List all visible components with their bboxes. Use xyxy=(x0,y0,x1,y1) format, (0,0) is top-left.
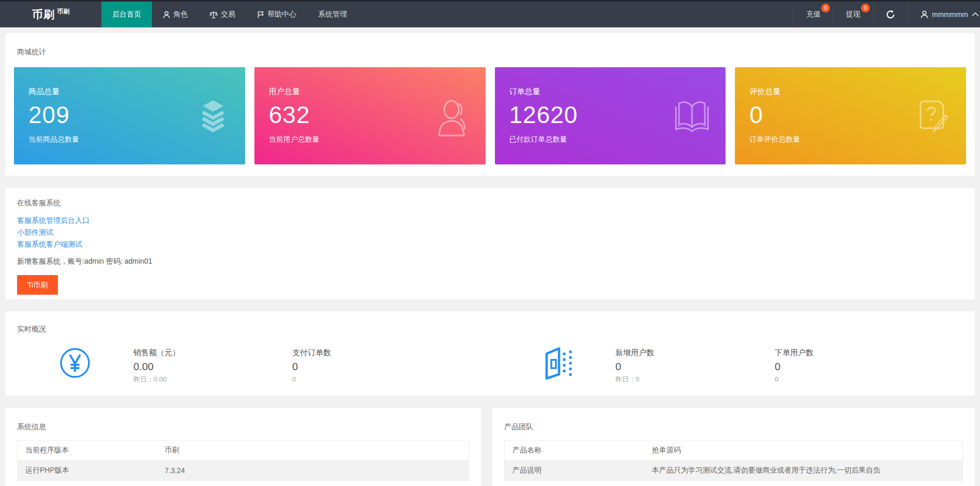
withdraw-button[interactable]: 提现 0 xyxy=(833,2,873,27)
service-links: 客服系统管理后台入口 小部件测试 客服系统客户端测试 xyxy=(17,215,963,250)
realtime-stat-sales: 销售额（元） 0.00 昨日：0.00 xyxy=(133,347,292,384)
menu-item-label: 帮助中心 xyxy=(267,10,296,19)
person-icon xyxy=(163,11,170,19)
realtime-title: 实时概况 xyxy=(17,325,963,334)
stat-sub: 0 xyxy=(775,375,963,384)
app-logo[interactable]: 币刷 币刷 xyxy=(0,2,101,27)
row-key: 当前程序版本 xyxy=(18,441,157,461)
building-icon xyxy=(545,347,574,381)
stat-value: 0 xyxy=(292,360,545,373)
realtime-panel: 实时概况 销售额（元） 0.00 昨日：0.00 支付订单数 0 0 新增用户数… xyxy=(5,311,975,396)
row-value: 本产品只为学习测试交流,请勿要做商业或者用于违法行为,一切后果自负 xyxy=(644,461,963,481)
product-team-panel: 产品团队 产品名称 抢单源码 产品说明 本产品只为学习测试交流,请勿要做商业或者… xyxy=(492,408,975,486)
ti-bishua-button[interactable]: Ti币刷 xyxy=(17,275,58,295)
row-value: 币刷 xyxy=(157,441,469,461)
stat-value: 0 xyxy=(615,360,775,373)
menu-item-label: 后台首页 xyxy=(112,10,141,19)
stat-card-sublabel: 当前商品总数量 xyxy=(28,135,231,144)
menu-item-roles[interactable]: 角色 xyxy=(152,2,199,27)
stat-value: 0 xyxy=(775,360,963,373)
stat-card-users: 用户总量 632 当前用户总数量 xyxy=(254,67,486,164)
realtime-stat-paid-orders: 支付订单数 0 0 xyxy=(292,347,545,384)
review-icon xyxy=(916,99,951,135)
main-menu: 后台首页 角色 交易 帮助中心 系统管理 xyxy=(101,2,358,27)
stat-label: 新增用户数 xyxy=(615,347,775,358)
user-icon xyxy=(921,10,928,19)
row-key: 运行PHP版本 xyxy=(18,461,157,481)
menu-item-home[interactable]: 后台首页 xyxy=(101,2,152,27)
stat-card-label: 用户总量 xyxy=(269,87,471,97)
realtime-row: 销售额（元） 0.00 昨日：0.00 支付订单数 0 0 新增用户数 0 昨日… xyxy=(17,347,963,384)
scales-icon xyxy=(209,11,218,19)
users-icon xyxy=(436,99,470,139)
row-value: 7.3.24 xyxy=(157,461,469,481)
stat-card-orders: 订单总量 12620 已付款订单总数量 xyxy=(495,67,726,164)
menu-item-label: 角色 xyxy=(173,10,188,19)
menu-item-help-center[interactable]: 帮助中心 xyxy=(246,2,307,27)
stat-label: 销售额（元） xyxy=(133,347,292,358)
menu-item-system[interactable]: 系统管理 xyxy=(307,2,358,27)
mall-stats-title: 商城统计 xyxy=(14,48,966,57)
layers-icon xyxy=(197,99,230,136)
system-info-panel: 系统信息 当前程序版本 币刷 运行PHP版本 7.3.24 xyxy=(5,408,481,486)
widget-test-link[interactable]: 小部件测试 xyxy=(17,226,963,238)
recharge-button[interactable]: 充值 0 xyxy=(793,2,833,27)
menu-item-trade[interactable]: 交易 xyxy=(199,2,246,27)
menu-item-label: 系统管理 xyxy=(318,10,347,19)
stat-sub: 0 xyxy=(292,375,545,384)
stat-card-sublabel: 已付款订单总数量 xyxy=(509,135,712,144)
table-row: 产品名称 抢单源码 xyxy=(505,441,963,461)
stat-sub: 昨日：0.00 xyxy=(133,375,292,384)
stat-label: 支付订单数 xyxy=(292,347,545,358)
logo-sup-text: 币刷 xyxy=(57,7,69,16)
stat-sub: 昨日：0 xyxy=(615,375,775,384)
book-icon xyxy=(674,99,710,135)
client-test-link[interactable]: 客服系统客户端测试 xyxy=(17,238,963,250)
mall-stats-panel: 商城统计 商品总量 209 当前商品总数量 用户总量 632 当前用户总数量 订… xyxy=(5,33,975,176)
system-info-title: 系统信息 xyxy=(17,422,469,432)
service-account-note: 新增客服系统，账号:admin 密码: admin01 xyxy=(17,257,963,266)
row-key: 产品名称 xyxy=(505,441,644,461)
user-menu[interactable]: mmmmmm xyxy=(908,2,980,27)
online-service-title: 在线客服系统 xyxy=(17,199,963,208)
refresh-button[interactable] xyxy=(873,2,908,27)
stat-label: 下单用户数 xyxy=(775,347,963,358)
realtime-stat-order-users: 下单用户数 0 0 xyxy=(775,347,963,384)
row-key: 产品说明 xyxy=(505,461,644,481)
stat-value: 0.00 xyxy=(133,360,292,373)
chevron-up-icon xyxy=(972,12,979,17)
menu-item-label: 交易 xyxy=(221,10,235,19)
withdraw-label: 提现 xyxy=(846,10,861,19)
stat-card-sublabel: 订单评价总数量 xyxy=(749,135,952,144)
stat-card-label: 订单总量 xyxy=(509,87,712,97)
product-team-table: 产品名称 抢单源码 产品说明 本产品只为学习测试交流,请勿要做商业或者用于违法行… xyxy=(504,440,963,481)
top-navbar: 币刷 币刷 后台首页 角色 交易 帮助中心 系统管理 xyxy=(0,0,980,27)
recharge-badge: 0 xyxy=(821,4,830,12)
table-row: 产品说明 本产品只为学习测试交流,请勿要做商业或者用于违法行为,一切后果自负 xyxy=(505,461,963,481)
recharge-label: 充值 xyxy=(806,10,821,19)
bottom-panels-row: 系统信息 当前程序版本 币刷 运行PHP版本 7.3.24 产品团队 xyxy=(5,408,975,486)
navbar-right: 充值 0 提现 0 mmmmmm xyxy=(793,2,980,27)
username: mmmmmm xyxy=(932,10,968,19)
yen-circle-icon xyxy=(59,347,91,380)
system-info-table: 当前程序版本 币刷 运行PHP版本 7.3.24 xyxy=(17,440,469,481)
table-row: 当前程序版本 币刷 xyxy=(18,441,469,461)
stat-card-label: 商品总量 xyxy=(28,87,231,97)
online-service-panel: 在线客服系统 客服系统管理后台入口 小部件测试 客服系统客户端测试 新增客服系统… xyxy=(5,188,975,299)
stat-card-products: 商品总量 209 当前商品总数量 xyxy=(14,67,245,164)
withdraw-badge: 0 xyxy=(861,4,870,12)
product-team-title: 产品团队 xyxy=(504,422,963,432)
stat-card-label: 评价总量 xyxy=(749,87,952,97)
logo-text: 币刷 xyxy=(32,7,55,22)
row-value: 抢单源码 xyxy=(644,441,963,461)
service-admin-link[interactable]: 客服系统管理后台入口 xyxy=(17,215,963,226)
table-row: 运行PHP版本 7.3.24 xyxy=(18,461,469,481)
stat-cards-row: 商品总量 209 当前商品总数量 用户总量 632 当前用户总数量 订单总量 1… xyxy=(14,67,966,164)
stat-card-reviews: 评价总量 0 订单评价总数量 xyxy=(735,67,966,164)
realtime-stat-new-users: 新增用户数 0 昨日：0 xyxy=(615,347,775,384)
flag-icon xyxy=(257,11,264,19)
refresh-icon xyxy=(886,10,895,19)
